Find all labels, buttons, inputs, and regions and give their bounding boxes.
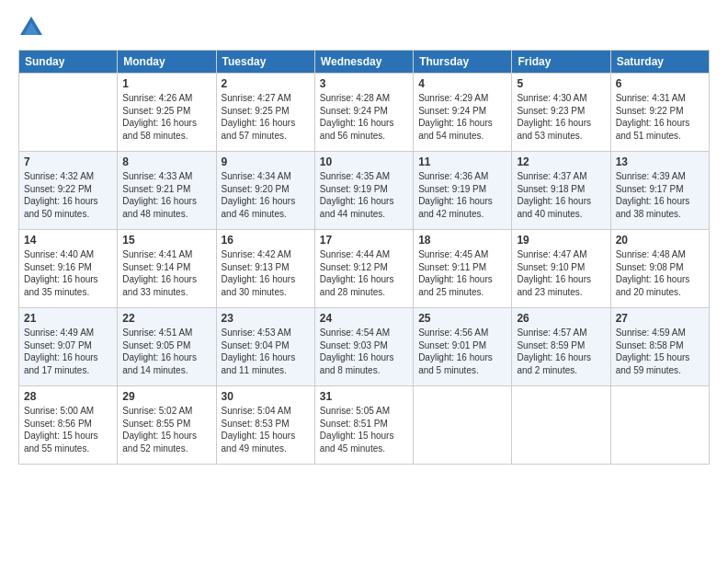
calendar-cell: 1Sunrise: 4:26 AMSunset: 9:25 PMDaylight… — [118, 74, 216, 152]
calendar-cell: 22Sunrise: 4:51 AMSunset: 9:05 PMDayligh… — [118, 308, 216, 386]
day-info: Sunrise: 4:45 AMSunset: 9:11 PMDaylight:… — [418, 248, 506, 298]
day-number: 11 — [418, 155, 506, 168]
day-of-week-header: Wednesday — [314, 51, 413, 74]
day-number: 4 — [418, 77, 506, 90]
day-of-week-header: Sunday — [19, 51, 118, 74]
day-info: Sunrise: 4:40 AMSunset: 9:16 PMDaylight:… — [24, 248, 112, 298]
day-of-week-header: Tuesday — [216, 51, 314, 74]
day-number: 7 — [24, 155, 112, 168]
logo-icon — [18, 15, 44, 40]
calendar-week-row: 1Sunrise: 4:26 AMSunset: 9:25 PMDaylight… — [19, 74, 710, 152]
day-of-week-header: Thursday — [414, 51, 512, 74]
calendar-cell: 17Sunrise: 4:44 AMSunset: 9:12 PMDayligh… — [314, 230, 413, 308]
day-number: 20 — [616, 234, 704, 247]
day-info: Sunrise: 4:37 AMSunset: 9:18 PMDaylight:… — [517, 170, 605, 220]
day-number: 24 — [320, 312, 408, 325]
day-number: 21 — [24, 312, 112, 325]
day-info: Sunrise: 4:33 AMSunset: 9:21 PMDaylight:… — [122, 170, 210, 220]
day-of-week-header: Friday — [512, 51, 610, 74]
day-number: 10 — [320, 155, 408, 168]
day-number: 30 — [222, 390, 310, 403]
calendar-cell: 28Sunrise: 5:00 AMSunset: 8:56 PMDayligh… — [19, 386, 118, 465]
day-number: 17 — [320, 234, 408, 247]
day-info: Sunrise: 4:30 AMSunset: 9:23 PMDaylight:… — [517, 92, 605, 142]
day-number: 28 — [24, 390, 112, 403]
calendar-week-row: 21Sunrise: 4:49 AMSunset: 9:07 PMDayligh… — [19, 308, 710, 386]
calendar-cell: 3Sunrise: 4:28 AMSunset: 9:24 PMDaylight… — [314, 74, 413, 152]
day-info: Sunrise: 4:49 AMSunset: 9:07 PMDaylight:… — [24, 327, 112, 376]
logo — [18, 15, 48, 40]
day-info: Sunrise: 4:56 AMSunset: 9:01 PMDaylight:… — [418, 327, 506, 376]
page: SundayMondayTuesdayWednesdayThursdayFrid… — [0, 0, 728, 563]
day-info: Sunrise: 4:35 AMSunset: 9:19 PMDaylight:… — [320, 170, 408, 220]
day-number: 27 — [616, 312, 704, 325]
day-info: Sunrise: 4:34 AMSunset: 9:20 PMDaylight:… — [222, 170, 310, 220]
day-info: Sunrise: 4:48 AMSunset: 9:08 PMDaylight:… — [616, 248, 704, 298]
calendar-cell: 23Sunrise: 4:53 AMSunset: 9:04 PMDayligh… — [216, 308, 314, 386]
day-info: Sunrise: 5:05 AMSunset: 8:51 PMDaylight:… — [320, 405, 408, 454]
day-number: 5 — [517, 77, 605, 90]
calendar-cell: 21Sunrise: 4:49 AMSunset: 9:07 PMDayligh… — [19, 308, 118, 386]
day-of-week-header: Monday — [118, 51, 216, 74]
calendar-cell — [19, 74, 118, 152]
day-info: Sunrise: 4:36 AMSunset: 9:19 PMDaylight:… — [418, 170, 506, 220]
calendar-cell: 29Sunrise: 5:02 AMSunset: 8:55 PMDayligh… — [118, 386, 216, 465]
day-number: 12 — [517, 155, 605, 168]
calendar-cell: 8Sunrise: 4:33 AMSunset: 9:21 PMDaylight… — [118, 152, 216, 230]
day-info: Sunrise: 4:59 AMSunset: 8:58 PMDaylight:… — [616, 327, 704, 376]
calendar-table: SundayMondayTuesdayWednesdayThursdayFrid… — [18, 50, 710, 465]
calendar-cell: 12Sunrise: 4:37 AMSunset: 9:18 PMDayligh… — [512, 152, 610, 230]
calendar-cell: 20Sunrise: 4:48 AMSunset: 9:08 PMDayligh… — [610, 230, 709, 308]
day-number: 6 — [616, 77, 704, 90]
day-number: 1 — [122, 77, 210, 90]
calendar-header: SundayMondayTuesdayWednesdayThursdayFrid… — [19, 51, 710, 74]
calendar-cell: 27Sunrise: 4:59 AMSunset: 8:58 PMDayligh… — [610, 308, 709, 386]
day-number: 16 — [222, 234, 310, 247]
day-info: Sunrise: 4:41 AMSunset: 9:14 PMDaylight:… — [122, 248, 210, 298]
day-number: 13 — [616, 155, 704, 168]
calendar-cell: 16Sunrise: 4:42 AMSunset: 9:13 PMDayligh… — [216, 230, 314, 308]
calendar-cell: 6Sunrise: 4:31 AMSunset: 9:22 PMDaylight… — [610, 74, 709, 152]
day-info: Sunrise: 5:02 AMSunset: 8:55 PMDaylight:… — [122, 405, 210, 454]
day-number: 31 — [320, 390, 408, 403]
calendar-cell: 30Sunrise: 5:04 AMSunset: 8:53 PMDayligh… — [216, 386, 314, 465]
calendar-cell: 9Sunrise: 4:34 AMSunset: 9:20 PMDaylight… — [216, 152, 314, 230]
calendar-cell: 10Sunrise: 4:35 AMSunset: 9:19 PMDayligh… — [314, 152, 413, 230]
day-number: 2 — [222, 77, 310, 90]
calendar-cell: 5Sunrise: 4:30 AMSunset: 9:23 PMDaylight… — [512, 74, 610, 152]
day-number: 18 — [418, 234, 506, 247]
day-info: Sunrise: 4:26 AMSunset: 9:25 PMDaylight:… — [122, 92, 210, 142]
day-number: 22 — [122, 312, 210, 325]
calendar-cell: 31Sunrise: 5:05 AMSunset: 8:51 PMDayligh… — [314, 386, 413, 465]
day-info: Sunrise: 4:57 AMSunset: 8:59 PMDaylight:… — [517, 327, 605, 376]
calendar-cell: 19Sunrise: 4:47 AMSunset: 9:10 PMDayligh… — [512, 230, 610, 308]
calendar-cell: 15Sunrise: 4:41 AMSunset: 9:14 PMDayligh… — [118, 230, 216, 308]
day-number: 29 — [122, 390, 210, 403]
day-number: 15 — [122, 234, 210, 247]
day-info: Sunrise: 4:47 AMSunset: 9:10 PMDaylight:… — [517, 248, 605, 298]
day-info: Sunrise: 4:29 AMSunset: 9:24 PMDaylight:… — [418, 92, 506, 142]
day-number: 14 — [24, 234, 112, 247]
day-of-week-header: Saturday — [610, 51, 709, 74]
calendar-week-row: 28Sunrise: 5:00 AMSunset: 8:56 PMDayligh… — [19, 386, 710, 465]
calendar-cell: 2Sunrise: 4:27 AMSunset: 9:25 PMDaylight… — [216, 74, 314, 152]
calendar-cell: 25Sunrise: 4:56 AMSunset: 9:01 PMDayligh… — [414, 308, 512, 386]
calendar-cell — [610, 386, 709, 465]
day-info: Sunrise: 5:04 AMSunset: 8:53 PMDaylight:… — [222, 405, 310, 454]
calendar-cell: 24Sunrise: 4:54 AMSunset: 9:03 PMDayligh… — [314, 308, 413, 386]
day-info: Sunrise: 4:39 AMSunset: 9:17 PMDaylight:… — [616, 170, 704, 220]
calendar-cell: 11Sunrise: 4:36 AMSunset: 9:19 PMDayligh… — [414, 152, 512, 230]
day-number: 26 — [517, 312, 605, 325]
calendar-cell: 7Sunrise: 4:32 AMSunset: 9:22 PMDaylight… — [19, 152, 118, 230]
calendar-cell — [414, 386, 512, 465]
calendar-cell: 26Sunrise: 4:57 AMSunset: 8:59 PMDayligh… — [512, 308, 610, 386]
day-info: Sunrise: 4:54 AMSunset: 9:03 PMDaylight:… — [320, 327, 408, 376]
day-number: 8 — [122, 155, 210, 168]
day-info: Sunrise: 4:27 AMSunset: 9:25 PMDaylight:… — [222, 92, 310, 142]
day-info: Sunrise: 4:31 AMSunset: 9:22 PMDaylight:… — [616, 92, 704, 142]
calendar-cell: 14Sunrise: 4:40 AMSunset: 9:16 PMDayligh… — [19, 230, 118, 308]
day-number: 3 — [320, 77, 408, 90]
day-info: Sunrise: 4:32 AMSunset: 9:22 PMDaylight:… — [24, 170, 112, 220]
day-number: 23 — [222, 312, 310, 325]
header — [18, 15, 710, 40]
